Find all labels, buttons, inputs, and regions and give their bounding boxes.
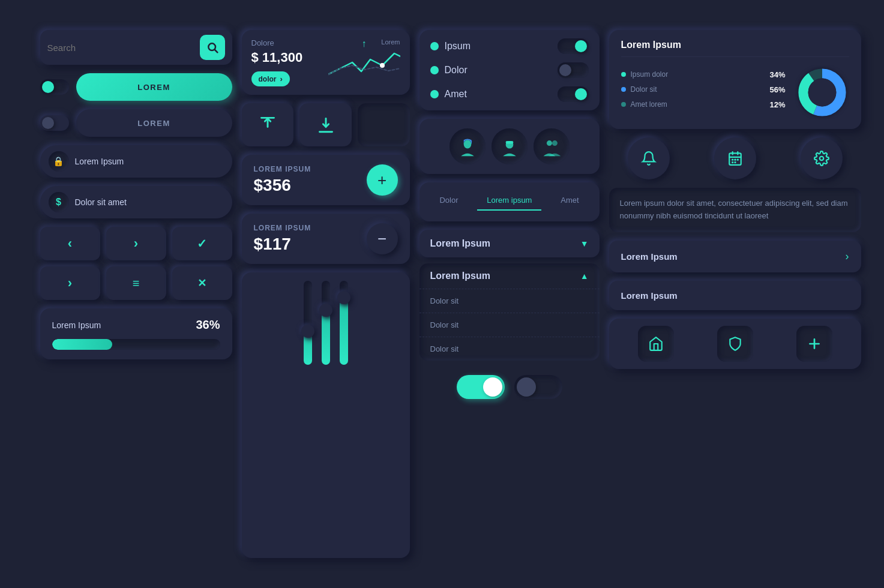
dropdown-closed-arrow: ▼ [580, 239, 589, 248]
nav-home-button[interactable] [638, 326, 674, 362]
tabs-card: Dolor Lorem ipsum Amet [419, 182, 600, 221]
placeholder-button[interactable] [358, 103, 410, 146]
donut-content: Ipsum dolor 34% Dolor sit 56% [621, 65, 849, 119]
toggle-label-dolor: Dolor [445, 65, 468, 76]
stats-tag[interactable]: dolor › [251, 71, 290, 86]
toggle-switch-2[interactable] [40, 115, 69, 131]
progress-fill [52, 339, 113, 350]
dropdown-item-3[interactable]: Dolor sit [419, 337, 600, 361]
amount-card-1: LOREM IPSUM $356 + [242, 155, 410, 205]
toggle-dolor-knob [559, 64, 571, 76]
legend-label-1: Ipsum dolor [631, 70, 669, 79]
tab-lorem-ipsum[interactable]: Lorem ipsum [477, 191, 541, 211]
dot-amet [430, 90, 439, 98]
toggle-switch-1[interactable] [40, 79, 69, 95]
avatar-1[interactable] [450, 128, 486, 164]
mini-chart-svg [328, 44, 400, 80]
tab-amet[interactable]: Amet [551, 191, 588, 211]
big-toggle-off-knob [517, 377, 536, 397]
donut-chart-card: Lorem Ipsum Ipsum dolor 34% Dolor sit [609, 30, 861, 129]
nav-btn-chevron-right-1[interactable]: › [106, 227, 166, 260]
nav-plus-button[interactable] [796, 326, 832, 362]
slider-knob-3 [337, 291, 350, 304]
stats-value: $ 11,300 [251, 50, 322, 65]
nav-btn-check[interactable]: ✓ [172, 227, 232, 260]
legend-label-2: Dolor sit [631, 85, 657, 94]
column-1: LOREM LOREM 🔒 Lorem Ipsum $ Dolor sit am… [40, 30, 232, 558]
svg-point-13 [546, 140, 552, 146]
dropdown-open-header[interactable]: Lorem Ipsum ▲ [419, 263, 600, 289]
search-button[interactable] [200, 35, 225, 60]
donut-title: Lorem Ipsum [621, 40, 849, 57]
dropdown-item-1[interactable]: Dolor sit [419, 289, 600, 313]
search-bar [40, 30, 232, 65]
slider-track-2[interactable] [322, 281, 330, 365]
gear-button[interactable] [801, 137, 843, 179]
toggle-ipsum[interactable] [558, 38, 589, 54]
big-toggle-on[interactable] [457, 375, 505, 399]
svg-rect-11 [505, 141, 513, 144]
primary-button[interactable]: LOREM [76, 73, 232, 101]
legend-label-3: Amet lorem [631, 100, 667, 109]
legend-item-3: Amet lorem 12% [621, 100, 786, 109]
progress-card: Lorem Ipsum 36% [40, 308, 232, 359]
nav-btn-menu[interactable]: ≡ [106, 266, 166, 300]
toggle-amet-knob [575, 88, 587, 100]
nav-btn-chevron-right-2[interactable]: › [40, 266, 100, 300]
download-button[interactable] [299, 103, 352, 146]
toggle-primary-row: LOREM [40, 73, 232, 101]
avatar-2[interactable] [492, 128, 528, 164]
lock-icon: 🔒 [49, 151, 69, 172]
icon-button-dollar-label: Dolor sit amet [75, 197, 127, 207]
nav-btn-chevron-left[interactable]: ‹ [40, 227, 100, 260]
calendar-button[interactable] [714, 137, 756, 179]
donut-svg [795, 65, 849, 119]
stats-tag-arrow: › [280, 74, 283, 83]
slider-knob-1 [301, 325, 314, 338]
upload-button[interactable] [242, 103, 294, 146]
legend-item-2: Dolor sit 56% [621, 85, 786, 94]
chart-label: Lorem [381, 38, 400, 46]
big-toggle-off[interactable] [514, 375, 562, 399]
avatar-3[interactable] [534, 128, 570, 164]
list-item-1[interactable]: Lorem Ipsum › [609, 241, 861, 272]
toggle-item-dolor: Dolor [430, 62, 589, 78]
amount-btn-2[interactable]: − [367, 223, 398, 254]
dropdown-item-2[interactable]: Dolor sit [419, 313, 600, 337]
svg-point-29 [819, 157, 823, 161]
dropdown-open-label: Lorem Ipsum [430, 271, 490, 281]
slider-fill-2 [322, 310, 330, 365]
nav-shield-button[interactable] [717, 326, 753, 362]
svg-point-14 [552, 140, 557, 146]
chart-up-arrow: ↑ [362, 38, 367, 49]
toggle-item-amet: Amet [430, 86, 589, 102]
text-card: Lorem ipsum dolor sit amet, consectetuer… [609, 188, 861, 232]
nav-btn-close[interactable]: ✕ [172, 266, 232, 300]
amount-label-2: LOREM IPSUM [254, 224, 311, 232]
bell-button[interactable] [628, 137, 670, 179]
list-item-2[interactable]: Lorem Ipsum [609, 281, 861, 310]
dropdown-closed[interactable]: Lorem Ipsum ▼ [419, 230, 600, 257]
tabs-row: Dolor Lorem ipsum Amet [425, 191, 594, 211]
icon-button-dollar[interactable]: $ Dolor sit amet [40, 186, 232, 218]
legend-dot-2 [621, 87, 626, 92]
toggle-ipsum-knob [575, 40, 587, 52]
amount-btn-1[interactable]: + [367, 164, 398, 196]
slider-track-3[interactable] [340, 281, 348, 365]
icon-button-lock[interactable]: 🔒 Lorem Ipsum [40, 145, 232, 178]
amount-value-1: $356 [254, 176, 311, 195]
bottom-toggles-row [419, 369, 600, 405]
column-3: Ipsum Dolor Amet [419, 30, 600, 558]
stats-card: Dolore $ 11,300 dolor › Lorem ↑ [242, 30, 410, 95]
toggle-dolor[interactable] [558, 62, 589, 78]
secondary-button[interactable]: LOREM [76, 109, 232, 137]
svg-line-1 [214, 50, 217, 53]
dropdown-open: Lorem Ipsum ▲ Dolor sit Dolor sit Dolor … [419, 263, 600, 361]
search-input[interactable] [47, 43, 200, 53]
slider-track-1[interactable] [304, 281, 312, 365]
toggle-amet[interactable] [558, 86, 589, 102]
tab-dolor[interactable]: Dolor [430, 191, 468, 211]
slider-1-container [304, 281, 312, 550]
bottom-nav [609, 319, 861, 369]
legend-pct-3: 12% [769, 100, 785, 109]
